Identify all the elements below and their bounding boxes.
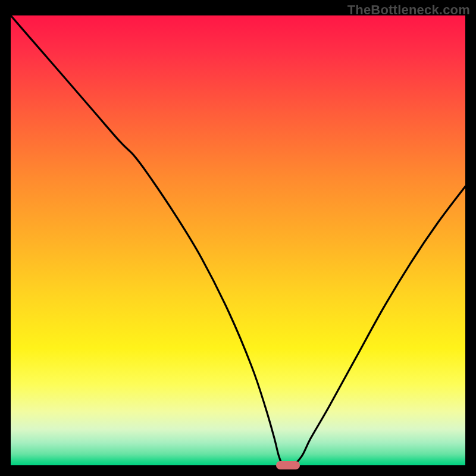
bottleneck-curve xyxy=(11,15,465,465)
plot-outer xyxy=(11,15,465,465)
chart-frame: TheBottleneck.com xyxy=(0,0,476,476)
bottleneck-curve-path xyxy=(11,15,465,465)
bottleneck-marker xyxy=(276,461,300,469)
watermark-text: TheBottleneck.com xyxy=(347,2,470,18)
